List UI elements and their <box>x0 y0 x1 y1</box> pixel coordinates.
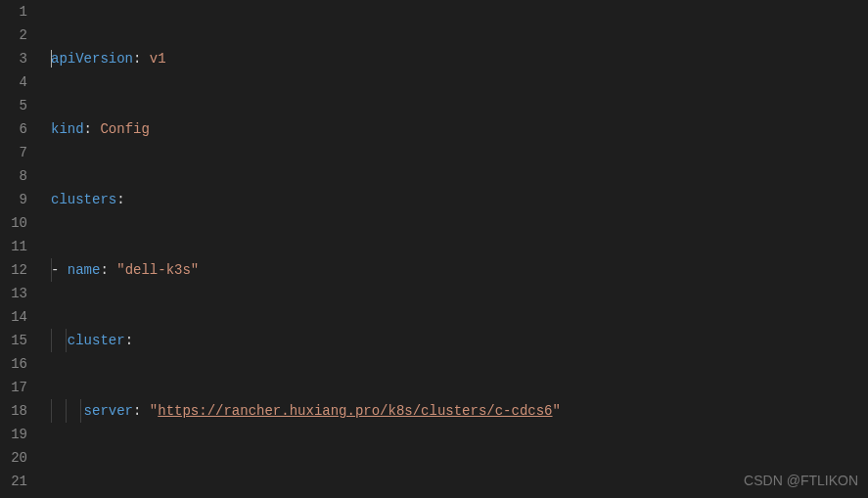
yaml-key: cluster <box>68 333 125 348</box>
line-number: 5 <box>0 94 27 117</box>
line-number: 16 <box>0 352 27 376</box>
code-area[interactable]: apiVersion: v1 kind: Config clusters: - … <box>43 0 868 498</box>
colon: : <box>100 262 108 278</box>
line-number: 9 <box>0 188 27 211</box>
line-number: 11 <box>0 235 27 258</box>
line-number: 3 <box>0 47 27 70</box>
line-number: 21 <box>0 470 27 493</box>
colon: : <box>84 121 92 137</box>
code-line[interactable]: cluster: <box>51 329 868 352</box>
line-number-gutter: 1 2 3 4 5 6 7 8 9 10 11 12 13 14 15 16 1… <box>0 0 43 498</box>
line-number: 6 <box>0 117 27 141</box>
line-number: 1 <box>0 0 27 23</box>
colon: : <box>133 51 141 67</box>
line-number: 7 <box>0 141 27 164</box>
code-line[interactable]: apiVersion: v1 <box>51 47 868 70</box>
yaml-key: name <box>68 262 101 278</box>
line-number: 2 <box>0 23 27 47</box>
yaml-key: kind <box>51 121 84 137</box>
quote: " <box>150 403 158 419</box>
code-editor[interactable]: 1 2 3 4 5 6 7 8 9 10 11 12 13 14 15 16 1… <box>0 0 868 498</box>
line-number: 13 <box>0 282 27 305</box>
line-number: 15 <box>0 329 27 352</box>
line-number: 19 <box>0 423 27 446</box>
line-number: 18 <box>0 399 27 423</box>
yaml-url-value: https://rancher.huxiang.pro/k8s/clusters… <box>158 403 552 419</box>
line-number: 14 <box>0 305 27 329</box>
line-number: 12 <box>0 258 27 282</box>
yaml-key: apiVersion <box>51 51 133 67</box>
watermark-text: CSDN @FTLIKON <box>744 469 858 492</box>
yaml-value: Config <box>100 121 149 137</box>
colon: : <box>125 333 133 348</box>
line-number: 4 <box>0 70 27 94</box>
line-number: 8 <box>0 164 27 188</box>
colon: : <box>116 192 124 207</box>
dash: - <box>51 262 68 278</box>
line-number: 10 <box>0 211 27 235</box>
yaml-key: server <box>84 403 133 419</box>
code-line[interactable]: clusters: <box>51 188 868 211</box>
code-line[interactable]: kind: Config <box>51 117 868 141</box>
line-number: 17 <box>0 376 27 399</box>
quote: " <box>553 403 561 419</box>
code-line[interactable]: server: "https://rancher.huxiang.pro/k8s… <box>51 399 868 423</box>
colon: : <box>133 403 141 419</box>
code-line[interactable]: - name: "dell-k3s" <box>51 258 868 282</box>
line-number: 20 <box>0 446 27 470</box>
yaml-value: v1 <box>150 51 166 67</box>
yaml-value: "dell-k3s" <box>116 262 199 278</box>
yaml-key: clusters <box>51 192 116 207</box>
text-cursor <box>51 50 52 68</box>
